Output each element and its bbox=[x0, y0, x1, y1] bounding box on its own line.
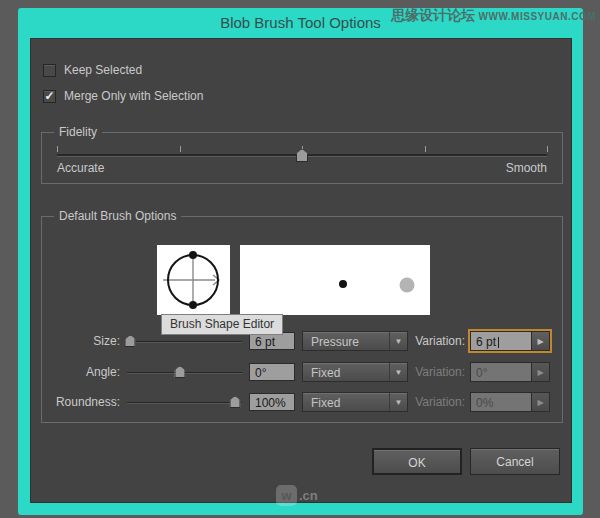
checkbox-label: Keep Selected bbox=[64, 63, 142, 77]
size-row: Size: 6 pt Pressure ▼ Variation: 6 pt ▶ bbox=[42, 331, 564, 351]
watermark-bottom: w .cn bbox=[276, 485, 318, 506]
watermark-site-name: 思缘设计论坛 bbox=[391, 7, 475, 23]
roundness-slider[interactable] bbox=[127, 392, 242, 412]
dialog-body: Keep Selected ✓ Merge Only with Selectio… bbox=[30, 38, 572, 503]
checkbox-keep-selected[interactable]: Keep Selected bbox=[43, 63, 142, 77]
watermark-bottom-text: .cn bbox=[299, 488, 318, 503]
brush-shape-editor[interactable] bbox=[157, 245, 230, 315]
checkbox-box-icon[interactable] bbox=[43, 64, 56, 77]
text-caret bbox=[498, 337, 499, 348]
watermark-top: 思缘设计论坛 WWW.MISSYUAN.COM bbox=[391, 7, 596, 25]
slider-tick bbox=[425, 146, 426, 152]
cancel-button[interactable]: Cancel bbox=[470, 448, 560, 475]
angle-slider[interactable] bbox=[127, 362, 242, 382]
size-slider-handle[interactable] bbox=[125, 335, 136, 347]
roundness-row: Roundness: 100% Fixed ▼ Variation: 0% ▶ bbox=[42, 392, 564, 412]
checkbox-merge-only-with-selection[interactable]: ✓ Merge Only with Selection bbox=[43, 89, 203, 103]
roundness-variation-input: 0% bbox=[470, 392, 532, 412]
angle-variation-input: 0° bbox=[470, 362, 532, 382]
angle-label: Angle: bbox=[42, 365, 120, 379]
fidelity-slider-handle[interactable] bbox=[296, 149, 308, 162]
stepper-right-icon: ▶ bbox=[532, 392, 550, 412]
roundness-variation-label: Variation: bbox=[402, 395, 465, 409]
size-mode-dropdown[interactable]: Pressure ▼ bbox=[302, 331, 408, 351]
stepper-right-icon: ▶ bbox=[532, 362, 550, 382]
slider-tick bbox=[180, 146, 181, 152]
fidelity-slider-track[interactable] bbox=[57, 154, 547, 157]
fidelity-max-label: Smooth bbox=[506, 161, 547, 175]
brush-preview-dots-icon bbox=[240, 245, 430, 315]
roundness-mode-value: Fixed bbox=[303, 393, 389, 411]
roundness-value-field[interactable]: 100% bbox=[249, 393, 295, 411]
default-brush-options-group: Default Brush Options Brush Shape Edito bbox=[41, 216, 563, 423]
slider-tick bbox=[547, 146, 548, 152]
checkbox-label: Merge Only with Selection bbox=[64, 89, 203, 103]
ok-button[interactable]: OK bbox=[372, 448, 462, 475]
tooltip: Brush Shape Editor bbox=[161, 314, 283, 335]
watermark-site-url: WWW.MISSYUAN.COM bbox=[479, 11, 596, 22]
angle-mode-dropdown[interactable]: Fixed ▼ bbox=[302, 362, 408, 382]
brush-preview bbox=[240, 245, 430, 315]
slider-tick bbox=[57, 146, 58, 152]
size-label: Size: bbox=[42, 334, 120, 348]
roundness-slider-handle[interactable] bbox=[230, 396, 241, 408]
default-brush-options-label: Default Brush Options bbox=[54, 209, 181, 223]
angle-variation-field: 0° ▶ bbox=[470, 362, 550, 382]
size-variation-label: Variation: bbox=[402, 334, 465, 348]
angle-slider-handle[interactable] bbox=[174, 366, 185, 378]
size-variation-input[interactable]: 6 pt bbox=[470, 331, 532, 351]
fidelity-group-label: Fidelity bbox=[54, 125, 102, 139]
angle-value-field[interactable]: 0° bbox=[249, 363, 295, 381]
screenshot-stage: Blob Brush Tool Options 思缘设计论坛 WWW.MISSY… bbox=[0, 0, 600, 518]
fidelity-min-label: Accurate bbox=[57, 161, 104, 175]
stepper-right-icon[interactable]: ▶ bbox=[532, 331, 550, 351]
roundness-mode-dropdown[interactable]: Fixed ▼ bbox=[302, 392, 408, 412]
size-variation-field[interactable]: 6 pt ▶ bbox=[470, 331, 550, 351]
angle-row: Angle: 0° Fixed ▼ Variation: 0° ▶ bbox=[42, 362, 564, 382]
fidelity-group: Fidelity Accurate Smooth bbox=[41, 132, 563, 184]
size-slider-track[interactable] bbox=[127, 341, 242, 343]
roundness-label: Roundness: bbox=[42, 395, 120, 409]
size-mode-value: Pressure bbox=[303, 332, 389, 350]
roundness-slider-track[interactable] bbox=[127, 402, 242, 404]
roundness-variation-field: 0% ▶ bbox=[470, 392, 550, 412]
checkmark-icon[interactable]: ✓ bbox=[43, 90, 56, 103]
angle-variation-label: Variation: bbox=[402, 365, 465, 379]
watermark-logo-icon: w bbox=[276, 485, 297, 506]
brush-shape-editor-icon bbox=[157, 245, 230, 315]
angle-mode-value: Fixed bbox=[303, 363, 389, 381]
